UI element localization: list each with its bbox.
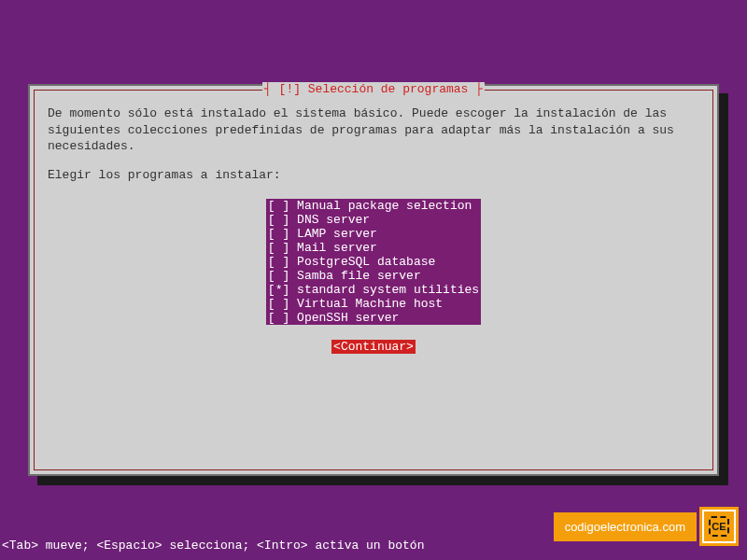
option-label: DNS server [297,213,479,227]
keyboard-hint: <Tab> mueve; <Espacio> selecciona; <Intr… [0,539,424,553]
tasksel-dialog: ┤ [!] Selección de programas ├ De moment… [28,84,719,476]
dialog-body-text: De momento sólo está instalado el sistem… [48,105,699,155]
option-manual-package-selection[interactable]: [ ] Manual package selection [266,199,481,213]
watermark-text: codigoelectronica.com [554,512,697,541]
checkbox[interactable]: [ ] [268,269,289,283]
checkbox[interactable]: [*] [268,283,289,297]
option-openssh-server[interactable]: [ ] OpenSSH server [266,311,481,325]
checkbox[interactable]: [ ] [268,255,289,269]
checkbox[interactable]: [ ] [268,297,289,311]
checkbox[interactable]: [ ] [268,227,289,241]
option-label: OpenSSH server [297,311,479,325]
option-standard-system-utilities[interactable]: [*] standard system utilities [266,283,481,297]
option-postgresql-database[interactable]: [ ] PostgreSQL database [266,255,481,269]
checkbox[interactable]: [ ] [268,241,289,255]
option-label: LAMP server [297,227,479,241]
checkbox[interactable]: [ ] [268,199,289,213]
continue-row: <Continuar> [48,340,699,354]
checkbox[interactable]: [ ] [268,213,289,227]
watermark-chip-icon: CE [702,510,736,543]
dialog-title: ┤ [!] Selección de programas ├ [262,82,485,96]
option-label: standard system utilities [297,283,479,297]
option-virtual-machine-host[interactable]: [ ] Virtual Machine host [266,297,481,311]
option-mail-server[interactable]: [ ] Mail server [266,241,481,255]
option-label: Mail server [297,241,479,255]
option-dns-server[interactable]: [ ] DNS server [266,213,481,227]
checkbox[interactable]: [ ] [268,311,289,325]
watermark-icon-letters: CE [709,516,729,537]
watermark: codigoelectronica.com CE [554,510,736,543]
package-options-list: [ ] Manual package selection [ ] DNS ser… [266,199,481,325]
option-label: Manual package selection [297,199,479,213]
option-label: Virtual Machine host [297,297,479,311]
dialog-border: ┤ [!] Selección de programas ├ De moment… [34,90,713,470]
continue-button[interactable]: <Continuar> [331,340,416,354]
option-lamp-server[interactable]: [ ] LAMP server [266,227,481,241]
option-label: PostgreSQL database [297,255,479,269]
option-label: Samba file server [297,269,479,283]
dialog-prompt: Elegir los programas a instalar: [48,168,699,182]
option-samba-file-server[interactable]: [ ] Samba file server [266,269,481,283]
